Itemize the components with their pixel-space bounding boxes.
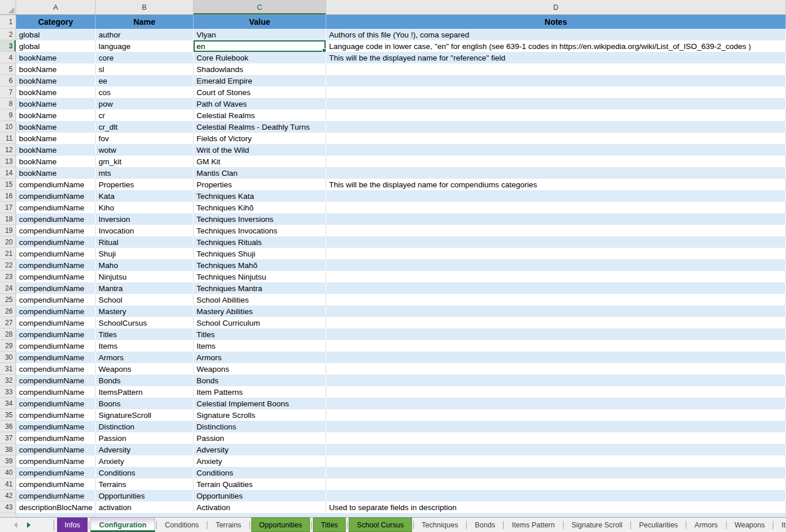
sheet-tab-infos[interactable]: Infos [57,518,88,532]
cell-D3[interactable]: Language code in lower case, "en" for en… [326,40,786,52]
cell-B41[interactable]: Terrains [96,478,194,490]
cell-D37[interactable] [326,432,786,444]
cell-C18[interactable]: Techniques Inversions [194,213,326,225]
cell-C4[interactable]: Core Rulebook [194,52,326,63]
cell-D6[interactable] [326,75,786,86]
cell-C40[interactable]: Conditions [194,467,326,478]
cell-A9[interactable]: bookName [16,110,96,121]
row-header-2[interactable]: 2 [0,29,16,40]
cell-B26[interactable]: Mastery [96,305,194,317]
row-header-11[interactable]: 11 [0,133,16,144]
cell-A4[interactable]: bookName [16,52,96,63]
cell-A5[interactable]: bookName [16,63,96,75]
row-header-7[interactable]: 7 [0,86,16,98]
selected-cell-C3[interactable]: en [194,40,326,52]
cell-B39[interactable]: Anxiety [96,455,194,467]
sheet-tab-terrains[interactable]: Terrains [208,518,248,532]
row-header-30[interactable]: 30 [0,352,16,363]
row-header-9[interactable]: 9 [0,110,16,121]
cell-B8[interactable]: pow [96,98,194,110]
cell-D29[interactable] [326,340,786,352]
sheet-tab-weapons[interactable]: Weapons [727,518,773,532]
cell-D30[interactable] [326,352,786,363]
cell-D14[interactable] [326,167,786,179]
cell-A12[interactable]: bookName [16,144,96,156]
header-cell-value[interactable]: Value [194,15,326,29]
cell-A43[interactable]: descriptionBlocName [16,501,96,513]
sheet-tab-signature-scroll[interactable]: Signature Scroll [564,518,630,532]
cell-B7[interactable]: cos [96,86,194,98]
row-header-42[interactable]: 42 [0,490,16,501]
cell-D19[interactable] [326,225,786,236]
cell-B35[interactable]: SignatureScroll [96,409,194,421]
cell-A3[interactable]: global [16,40,96,52]
cell-B3[interactable]: language [96,40,194,52]
sheet-tab-conditions[interactable]: Conditions [157,518,206,532]
cell-D4[interactable]: This will be the displayed name for "ref… [326,52,786,63]
cell-A39[interactable]: compendiumName [16,455,96,467]
row-header-8[interactable]: 8 [0,98,16,110]
row-header-41[interactable]: 41 [0,478,16,490]
row-header-19[interactable]: 19 [0,225,16,236]
cell-D18[interactable] [326,213,786,225]
cell-D27[interactable] [326,317,786,329]
cell-C15[interactable]: Properties [194,179,326,190]
row-header-34[interactable]: 34 [0,398,16,409]
cell-B11[interactable]: fov [96,133,194,144]
cell-C9[interactable]: Celestial Realms [194,110,326,121]
row-header-4[interactable]: 4 [0,52,16,63]
cell-A18[interactable]: compendiumName [16,213,96,225]
row-header-6[interactable]: 6 [0,75,16,86]
cell-D23[interactable] [326,271,786,282]
cell-C26[interactable]: Mastery Abilities [194,305,326,317]
cell-D7[interactable] [326,86,786,98]
cell-B17[interactable]: Kiho [96,202,194,213]
cell-B36[interactable]: Distinction [96,421,194,432]
cell-C22[interactable]: Techniques Mahõ [194,259,326,271]
row-header-31[interactable]: 31 [0,363,16,375]
cell-B12[interactable]: wotw [96,144,194,156]
cell-B14[interactable]: mts [96,167,194,179]
cell-C17[interactable]: Techniques Kihõ [194,202,326,213]
row-header-26[interactable]: 26 [0,305,16,317]
cell-B30[interactable]: Armors [96,352,194,363]
cell-A28[interactable]: compendiumName [16,329,96,340]
cell-C7[interactable]: Court of Stones [194,86,326,98]
cell-A8[interactable]: bookName [16,98,96,110]
row-header-21[interactable]: 21 [0,248,16,259]
cell-C32[interactable]: Bonds [194,375,326,386]
cell-C24[interactable]: Techniques Mantra [194,282,326,294]
cell-D11[interactable] [326,133,786,144]
column-header-A[interactable]: A [16,0,96,14]
cell-C35[interactable]: Signature Scrolls [194,409,326,421]
cell-B22[interactable]: Maho [96,259,194,271]
cell-B19[interactable]: Invocation [96,225,194,236]
cell-A6[interactable]: bookName [16,75,96,86]
cell-B16[interactable]: Kata [96,190,194,202]
row-header-40[interactable]: 40 [0,467,16,478]
row-header-20[interactable]: 20 [0,236,16,248]
cell-D22[interactable] [326,259,786,271]
cell-A33[interactable]: compendiumName [16,386,96,398]
cell-D13[interactable] [326,156,786,167]
cell-A29[interactable]: compendiumName [16,340,96,352]
cell-A10[interactable]: bookName [16,121,96,133]
cell-C41[interactable]: Terrain Qualities [194,478,326,490]
cell-A31[interactable]: compendiumName [16,363,96,375]
sheet-tab-techniques[interactable]: Techniques [414,518,466,532]
cell-C6[interactable]: Emerald Empire [194,75,326,86]
cell-C30[interactable]: Armors [194,352,326,363]
cell-D33[interactable] [326,386,786,398]
cell-D35[interactable] [326,409,786,421]
row-header-1[interactable]: 1 [0,15,16,29]
header-cell-category[interactable]: Category [16,15,96,29]
cell-D43[interactable]: Used to separate fields in description [326,501,786,513]
cell-C37[interactable]: Passion [194,432,326,444]
row-header-27[interactable]: 27 [0,317,16,329]
row-header-22[interactable]: 22 [0,259,16,271]
cell-C8[interactable]: Path of Waves [194,98,326,110]
cell-C28[interactable]: Titles [194,329,326,340]
cell-D5[interactable] [326,63,786,75]
cell-A42[interactable]: compendiumName [16,490,96,501]
sheet-tab-bonds[interactable]: Bonds [467,518,502,532]
